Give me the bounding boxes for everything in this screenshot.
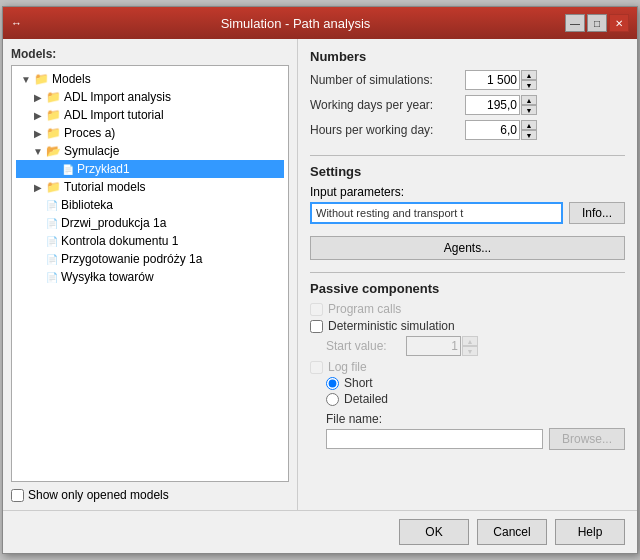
doc-icon-przygotowanie: 📄 <box>46 254 58 265</box>
maximize-button[interactable]: □ <box>587 14 607 32</box>
start-value-down-btn[interactable]: ▼ <box>462 346 478 356</box>
working-days-down-btn[interactable]: ▼ <box>521 105 537 115</box>
hours-up-btn[interactable]: ▲ <box>521 120 537 130</box>
detailed-label: Detailed <box>344 392 388 406</box>
expand-icon-adl2: ▶ <box>32 110 44 121</box>
file-name-label: File name: <box>326 412 625 426</box>
hours-down-btn[interactable]: ▼ <box>521 130 537 140</box>
passive-title: Passive components <box>310 281 625 296</box>
tree-item-models[interactable]: ▼ 📁 Models <box>16 70 284 88</box>
deterministic-label: Deterministic simulation <box>328 319 455 333</box>
start-value-label: Start value: <box>326 339 406 353</box>
working-days-spinner-btns: ▲ ▼ <box>521 95 537 115</box>
tree-item-przygotowanie[interactable]: 📄 Przygotowanie podróży 1a <box>16 250 284 268</box>
title-bar-controls: — □ ✕ <box>565 14 629 32</box>
short-radio-row: Short <box>326 376 625 390</box>
program-calls-checkbox[interactable] <box>310 303 323 316</box>
simulations-row: Number of simulations: ▲ ▼ <box>310 70 625 90</box>
info-button[interactable]: Info... <box>569 202 625 224</box>
working-days-up-btn[interactable]: ▲ <box>521 95 537 105</box>
short-label: Short <box>344 376 373 390</box>
hours-spinner: ▲ ▼ <box>465 120 537 140</box>
start-value-spinner-btns: ▲ ▼ <box>462 336 478 356</box>
simulations-up-btn[interactable]: ▲ <box>521 70 537 80</box>
tree-item-biblioteka[interactable]: 📄 Biblioteka <box>16 196 284 214</box>
file-name-section: File name: Browse... <box>326 412 625 450</box>
doc-icon-wysylka: 📄 <box>46 272 58 283</box>
tree-label-adl1: ADL Import analysis <box>64 90 171 104</box>
show-only-row: Show only opened models <box>11 488 289 502</box>
file-name-row: Browse... <box>326 428 625 450</box>
start-value-input[interactable] <box>406 336 461 356</box>
working-days-label: Working days per year: <box>310 98 465 112</box>
tree-label-symulacje: Symulacje <box>64 144 119 158</box>
expand-icon-models: ▼ <box>20 74 32 85</box>
hours-row: Hours per working day: ▲ ▼ <box>310 120 625 140</box>
folder-icon-symulacje: 📂 <box>46 144 61 158</box>
settings-title: Settings <box>310 164 625 179</box>
tree-item-adl1[interactable]: ▶ 📁 ADL Import analysis <box>16 88 284 106</box>
minimize-button[interactable]: — <box>565 14 585 32</box>
right-panel: Numbers Number of simulations: ▲ ▼ Worki… <box>298 39 637 510</box>
simulations-down-btn[interactable]: ▼ <box>521 80 537 90</box>
tree-label-models: Models <box>52 72 91 86</box>
show-only-checkbox[interactable] <box>11 489 24 502</box>
tree-label-przyklad1: Przykład1 <box>77 162 130 176</box>
working-days-input[interactable] <box>465 95 520 115</box>
tree-item-kontrola[interactable]: 📄 Kontrola dokumentu 1 <box>16 232 284 250</box>
tree-item-tutorial[interactable]: ▶ 📁 Tutorial models <box>16 178 284 196</box>
simulations-input[interactable] <box>465 70 520 90</box>
expand-icon-proces: ▶ <box>32 128 44 139</box>
main-content: Models: ▼ 📁 Models ▶ 📁 ADL Import analys… <box>3 39 637 510</box>
numbers-title: Numbers <box>310 49 625 64</box>
folder-icon-models: 📁 <box>34 72 49 86</box>
start-value-up-btn[interactable]: ▲ <box>462 336 478 346</box>
folder-icon-tutorial: 📁 <box>46 180 61 194</box>
models-label: Models: <box>11 47 289 61</box>
tree-item-wysylka[interactable]: 📄 Wysyłka towarów <box>16 268 284 286</box>
start-value-row: Start value: ▲ ▼ <box>326 336 625 356</box>
help-button[interactable]: Help <box>555 519 625 545</box>
log-file-section: Log file Short Detailed File name: <box>310 360 625 450</box>
left-panel: Models: ▼ 📁 Models ▶ 📁 ADL Import analys… <box>3 39 298 510</box>
deterministic-checkbox[interactable] <box>310 320 323 333</box>
agents-button[interactable]: Agents... <box>310 236 625 260</box>
hours-spinner-btns: ▲ ▼ <box>521 120 537 140</box>
window-title: Simulation - Path analysis <box>26 16 565 31</box>
detailed-radio-row: Detailed <box>326 392 625 406</box>
log-file-header: Log file <box>310 360 625 374</box>
tree-item-przyklad1[interactable]: 📄 Przykład1 <box>16 160 284 178</box>
bottom-bar: OK Cancel Help <box>3 510 637 553</box>
show-only-label: Show only opened models <box>28 488 169 502</box>
program-calls-label: Program calls <box>328 302 401 316</box>
log-file-checkbox[interactable] <box>310 361 323 374</box>
passive-section: Passive components Program calls Determi… <box>310 272 625 450</box>
tree-item-symulacje[interactable]: ▼ 📂 Symulacje <box>16 142 284 160</box>
file-name-input[interactable] <box>326 429 543 449</box>
folder-icon-adl1: 📁 <box>46 90 61 104</box>
input-params-row: Without resting and transport t Info... <box>310 202 625 224</box>
input-params-dropdown[interactable]: Without resting and transport t <box>310 202 563 224</box>
ok-button[interactable]: OK <box>399 519 469 545</box>
expand-icon-symulacje: ▼ <box>32 146 44 157</box>
doc-icon-przyklad1: 📄 <box>62 164 74 175</box>
detailed-radio[interactable] <box>326 393 339 406</box>
close-button[interactable]: ✕ <box>609 14 629 32</box>
deterministic-row: Deterministic simulation <box>310 319 625 333</box>
log-file-label: Log file <box>328 360 367 374</box>
tree-item-adl2[interactable]: ▶ 📁 ADL Import tutorial <box>16 106 284 124</box>
input-params-dropdown-wrapper: Without resting and transport t <box>310 202 563 224</box>
log-file-options: Short Detailed <box>326 376 625 406</box>
tree-item-drzwi[interactable]: 📄 Drzwi_produkcja 1a <box>16 214 284 232</box>
tree-item-proces[interactable]: ▶ 📁 Proces a) <box>16 124 284 142</box>
cancel-button[interactable]: Cancel <box>477 519 547 545</box>
tree-label-adl2: ADL Import tutorial <box>64 108 164 122</box>
tree-label-drzwi: Drzwi_produkcja 1a <box>61 216 166 230</box>
hours-input[interactable] <box>465 120 520 140</box>
folder-icon-adl2: 📁 <box>46 108 61 122</box>
doc-icon-kontrola: 📄 <box>46 236 58 247</box>
short-radio[interactable] <box>326 377 339 390</box>
numbers-section: Numbers Number of simulations: ▲ ▼ Worki… <box>310 49 625 145</box>
browse-button[interactable]: Browse... <box>549 428 625 450</box>
tree-label-proces: Proces a) <box>64 126 115 140</box>
